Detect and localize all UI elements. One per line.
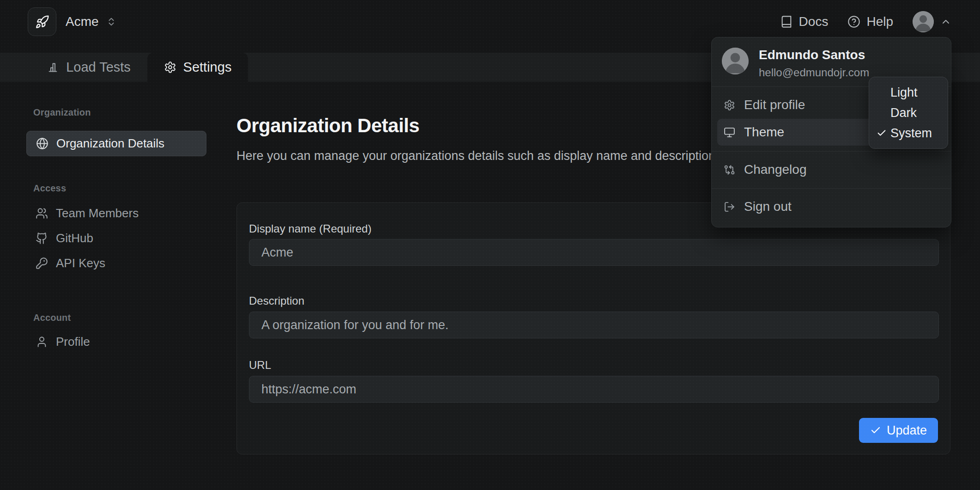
sidebar-item-label: Profile [56, 335, 90, 349]
user-name: Edmundo Santos [759, 48, 865, 62]
display-name-input[interactable] [249, 239, 939, 266]
theme-submenu: Light Dark System [869, 77, 948, 149]
page-subtitle: Here you can manage your organizations d… [236, 149, 719, 163]
theme-option-label: Dark [890, 106, 917, 120]
sidebar-item-label: Team Members [56, 206, 139, 220]
changelog-icon [724, 164, 735, 176]
tab-settings-label: Settings [183, 60, 232, 75]
chevrons-up-down-icon [106, 17, 116, 27]
menu-item-sign-out[interactable]: Sign out [717, 194, 946, 220]
app-logo-button[interactable] [28, 7, 56, 36]
menu-item-changelog[interactable]: Changelog [717, 157, 946, 183]
theme-option-label: System [890, 126, 932, 141]
theme-option-dark[interactable]: Dark [869, 103, 948, 123]
theme-option-system[interactable]: System [869, 123, 948, 143]
tab-load-tests[interactable]: Load Tests [35, 53, 142, 82]
user-email: hello@edmundojr.com [759, 66, 869, 79]
sign-out-icon [724, 201, 735, 213]
description-input[interactable] [249, 312, 939, 338]
bar-chart-icon [47, 61, 59, 74]
help-circle-icon [847, 15, 860, 28]
menu-divider [712, 188, 951, 189]
gear-icon [724, 99, 735, 111]
sidebar-item-label: API Keys [56, 256, 105, 270]
check-icon [870, 425, 881, 436]
help-label: Help [866, 14, 893, 29]
update-button[interactable]: Update [859, 418, 938, 443]
menu-item-label: Sign out [744, 199, 792, 214]
globe-icon [36, 137, 48, 150]
user-menu-button[interactable] [913, 11, 951, 32]
menu-divider [712, 151, 951, 152]
organization-details-card: Display name (Required) Description URL … [236, 202, 950, 454]
menu-item-label: Theme [744, 125, 784, 140]
menu-item-label: Edit profile [744, 98, 805, 112]
theme-option-label: Light [890, 86, 918, 100]
sidebar-item-github[interactable]: GitHub [26, 226, 206, 251]
org-name: Acme [66, 14, 99, 29]
sidebar-item-label: GitHub [56, 231, 93, 245]
avatar [913, 11, 934, 32]
page-title: Organization Details [236, 115, 419, 137]
github-icon [36, 232, 48, 245]
user-icon [36, 336, 48, 348]
sidebar-heading-organization: Organization [33, 107, 91, 118]
tab-load-tests-label: Load Tests [66, 60, 131, 75]
key-icon [36, 257, 48, 270]
sidebar-item-profile[interactable]: Profile [26, 329, 206, 355]
display-name-label: Display name (Required) [249, 222, 371, 235]
docs-link[interactable]: Docs [780, 14, 829, 29]
sidebar-item-label: Organization Details [56, 136, 164, 151]
sidebar-item-api-keys[interactable]: API Keys [26, 251, 206, 276]
org-switcher[interactable]: Acme [66, 0, 116, 43]
url-input[interactable] [249, 376, 939, 403]
sidebar-item-team-members[interactable]: Team Members [26, 201, 206, 226]
check-icon [877, 128, 890, 138]
monitor-icon [724, 127, 735, 138]
rocket-icon [35, 15, 49, 29]
users-icon [36, 207, 48, 220]
sidebar-heading-access: Access [33, 183, 66, 194]
help-link[interactable]: Help [847, 14, 893, 29]
theme-option-light[interactable]: Light [869, 82, 948, 103]
docs-label: Docs [799, 14, 829, 29]
chevron-up-icon [940, 16, 951, 27]
book-icon [780, 15, 793, 28]
avatar [722, 48, 749, 74]
sidebar-heading-account: Account [33, 312, 71, 323]
tab-settings[interactable]: Settings [147, 53, 248, 82]
url-label: URL [249, 359, 271, 372]
gear-icon [164, 61, 176, 74]
menu-item-label: Changelog [744, 162, 806, 177]
update-button-label: Update [887, 423, 927, 438]
description-label: Description [249, 294, 304, 307]
sidebar-item-organization-details[interactable]: Organization Details [26, 131, 206, 156]
